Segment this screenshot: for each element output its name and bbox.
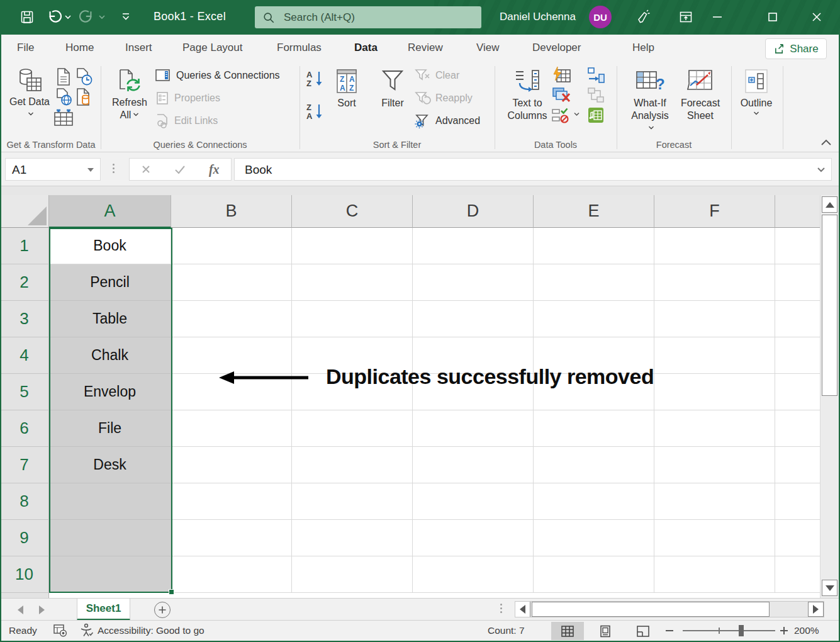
cell-e9[interactable]: [534, 520, 654, 556]
row-header-9[interactable]: 9: [0, 520, 49, 556]
tab-review[interactable]: Review: [408, 35, 443, 61]
zoom-in-button[interactable]: [779, 626, 789, 636]
outline-button[interactable]: Outline: [736, 68, 776, 116]
filter-button[interactable]: Filter: [376, 68, 409, 110]
sheet-tab-sheet1[interactable]: Sheet1: [77, 599, 130, 621]
user-name[interactable]: Daniel Uchenna: [500, 11, 576, 23]
row-header-10[interactable]: 10: [0, 556, 49, 593]
cell-f3[interactable]: [654, 301, 775, 337]
cell-a9[interactable]: [49, 520, 171, 556]
cell-c1[interactable]: [292, 228, 413, 264]
collapse-ribbon-button[interactable]: [819, 138, 833, 147]
cell-e6[interactable]: [534, 410, 654, 447]
sheet-nav-next-button[interactable]: [39, 605, 45, 614]
undo-dropdown[interactable]: [64, 14, 72, 20]
cell-d2[interactable]: [413, 264, 534, 301]
column-header-d[interactable]: D: [413, 195, 534, 228]
tab-home[interactable]: Home: [65, 35, 94, 61]
cell-f9[interactable]: [654, 520, 775, 556]
cell-a6[interactable]: File: [49, 410, 171, 447]
scroll-down-button[interactable]: [822, 580, 837, 596]
text-to-columns-button[interactable]: Text to Columns: [507, 68, 547, 122]
search-bar[interactable]: [255, 6, 481, 28]
cell-c6[interactable]: [292, 410, 413, 447]
zoom-slider-track[interactable]: [683, 630, 775, 631]
cell-f8[interactable]: [654, 483, 775, 520]
cell-d7[interactable]: [413, 447, 534, 483]
sort-descending-button[interactable]: Z A: [306, 103, 325, 120]
reapply-filter-button[interactable]: Reapply: [414, 89, 473, 108]
formula-input[interactable]: Book: [234, 158, 832, 181]
cell-b2[interactable]: [171, 264, 292, 301]
expand-formula-bar-button[interactable]: [817, 167, 826, 173]
cell-c7[interactable]: [292, 447, 413, 483]
tab-help[interactable]: Help: [632, 35, 654, 61]
column-header-c[interactable]: C: [292, 195, 413, 228]
accessibility-checker-button[interactable]: [79, 623, 94, 638]
tab-view[interactable]: View: [476, 35, 500, 61]
column-header-partial[interactable]: [775, 195, 820, 228]
cell-a2[interactable]: Pencil: [49, 264, 171, 301]
cell-g3[interactable]: [775, 301, 820, 337]
properties-button[interactable]: Properties: [155, 89, 220, 108]
cell-e3[interactable]: [534, 301, 654, 337]
recent-sources-button[interactable]: [76, 67, 93, 86]
undo-button[interactable]: [43, 6, 64, 28]
cell-b9[interactable]: [171, 520, 292, 556]
redo-button[interactable]: [77, 6, 98, 28]
cell-g2[interactable]: [775, 264, 820, 301]
tab-page-layout[interactable]: Page Layout: [182, 35, 242, 61]
cell-b7[interactable]: [171, 447, 292, 483]
from-web-button[interactable]: [55, 87, 73, 106]
cell-f4[interactable]: [654, 337, 775, 374]
cell-g8[interactable]: [775, 483, 820, 520]
sort-ascending-button[interactable]: A Z: [306, 70, 325, 87]
tab-insert[interactable]: Insert: [125, 35, 152, 61]
column-header-f[interactable]: F: [654, 195, 775, 228]
cell-b6[interactable]: [171, 410, 292, 447]
name-box-dropdown-icon[interactable]: [87, 168, 94, 172]
row-header-4[interactable]: 4: [0, 337, 49, 374]
view-page-layout-button[interactable]: [589, 622, 622, 640]
cell-d9[interactable]: [413, 520, 534, 556]
view-page-break-button[interactable]: [627, 622, 659, 640]
scroll-up-button[interactable]: [822, 196, 837, 213]
row-header-2[interactable]: 2: [0, 264, 49, 301]
edit-links-button[interactable]: Edit Links: [155, 111, 218, 130]
cell-b1[interactable]: [171, 228, 292, 264]
customize-qat-button[interactable]: [121, 11, 131, 23]
zoom-out-button[interactable]: [664, 626, 675, 636]
cell-d3[interactable]: [413, 301, 534, 337]
formula-bar-resize-handle[interactable]: [113, 164, 115, 173]
cell-c10[interactable]: [292, 556, 413, 593]
row-header-8[interactable]: 8: [0, 483, 49, 520]
refresh-all-button[interactable]: Refresh All: [107, 67, 152, 121]
minimize-button[interactable]: [703, 3, 731, 31]
tab-formulas[interactable]: Formulas: [277, 35, 322, 61]
consolidate-button[interactable]: [586, 66, 605, 84]
remove-duplicates-button[interactable]: [551, 86, 571, 104]
cell-b10[interactable]: [171, 556, 292, 593]
what-if-analysis-button[interactable]: ? What-If Analysis: [628, 68, 672, 135]
cell-g7[interactable]: [775, 447, 820, 483]
scroll-right-button[interactable]: [808, 602, 824, 617]
advanced-filter-button[interactable]: Advanced: [414, 111, 480, 130]
cell-a7[interactable]: Desk: [49, 447, 171, 483]
cell-f6[interactable]: [654, 410, 775, 447]
cell-f10[interactable]: [654, 556, 775, 593]
tab-bar-resize-handle[interactable]: [500, 604, 502, 613]
cell-c3[interactable]: [292, 301, 413, 337]
tab-file[interactable]: File: [17, 35, 34, 61]
cell-f7[interactable]: [654, 447, 775, 483]
select-all-button[interactable]: [0, 195, 49, 228]
zoom-slider-thumb[interactable]: [739, 625, 744, 636]
redo-dropdown[interactable]: [98, 14, 106, 20]
cell-d6[interactable]: [413, 410, 534, 447]
cell-a3[interactable]: Table: [49, 301, 171, 337]
sheet-nav-prev-button[interactable]: [18, 605, 23, 614]
cell-c9[interactable]: [292, 520, 413, 556]
cell-b3[interactable]: [171, 301, 292, 337]
enter-icon[interactable]: [174, 164, 186, 174]
view-normal-button[interactable]: [551, 622, 584, 640]
cell-a5[interactable]: Envelop: [49, 374, 171, 410]
